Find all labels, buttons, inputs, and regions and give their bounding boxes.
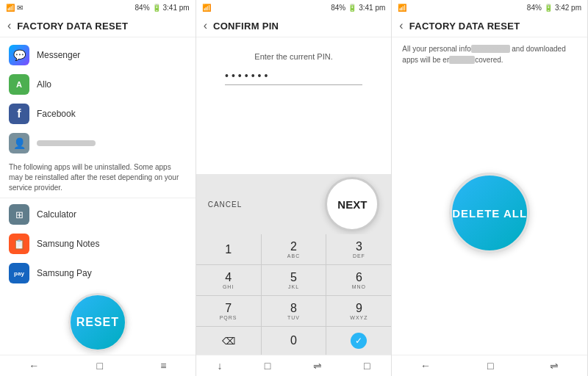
- notes-icon: 📋: [9, 234, 29, 254]
- calculator-icon: ⊞: [9, 204, 29, 225]
- bottom-nav-1: ← □ ≡: [0, 355, 196, 376]
- key-7[interactable]: 7 PQRS: [196, 296, 261, 326]
- time-2: 3:41 pm: [359, 4, 385, 12]
- app-name-messenger: Messenger: [37, 50, 80, 60]
- back-button-2[interactable]: ‹: [204, 19, 207, 32]
- list-item: f Facebook: [0, 99, 196, 129]
- back-button-3[interactable]: ‹: [399, 19, 403, 32]
- pin-instruction: Enter the current PIN.: [254, 52, 332, 61]
- list-item: 💬 Messenger: [0, 40, 196, 70]
- status-right-icons: 84% 🔋 3:41 pm: [135, 4, 190, 12]
- status-icons-3: 📶: [398, 4, 406, 12]
- reset-label: RESET: [76, 316, 119, 329]
- key-num-5: 5: [290, 271, 297, 284]
- key-9[interactable]: 9 WXYZ: [326, 296, 391, 326]
- back-button-1[interactable]: ‹: [7, 19, 11, 32]
- pin-input[interactable]: •••••••: [225, 67, 362, 85]
- key-2[interactable]: 2 ABC: [262, 234, 326, 264]
- nav-recent-3[interactable]: ⇌: [550, 360, 559, 372]
- panel-factory-reset-3: 📶 84% 🔋 3:42 pm ‹ FACTORY DATA RESET All…: [392, 0, 588, 376]
- app-name-allo: Allo: [37, 79, 51, 90]
- bottom-nav-2: ↓ □ ⇌ □: [196, 355, 392, 376]
- nav-home-1[interactable]: □: [97, 360, 103, 372]
- keypad-top-row: CANCEL NEXT: [196, 174, 392, 234]
- delete-all-button[interactable]: DELETE ALL: [449, 173, 530, 253]
- nav-back-2[interactable]: ↓: [217, 360, 222, 372]
- list-item: 👤: [0, 129, 196, 158]
- key-num-1: 1: [225, 243, 232, 256]
- key-6[interactable]: 6 MNO: [326, 265, 391, 295]
- allo-icon: A: [9, 74, 29, 95]
- key-letters-3: DEF: [353, 253, 365, 258]
- status-bar-2: 📶 84% 🔋 3:41 pm: [196, 0, 392, 15]
- nav-back-3[interactable]: ←: [420, 360, 431, 372]
- key-num-3: 3: [356, 240, 362, 253]
- key-0[interactable]: 0: [262, 327, 326, 355]
- delete-button-wrap: DELETE ALL: [392, 71, 587, 355]
- key-confirm[interactable]: ✓: [326, 327, 391, 355]
- time-3: 3:42 pm: [555, 4, 581, 12]
- reset-button[interactable]: RESET: [68, 293, 127, 352]
- delete-description: All your personal info xxxxxxxxxx and do…: [392, 37, 587, 71]
- nav-back-1[interactable]: ←: [29, 360, 39, 372]
- key-num-4: 4: [225, 271, 232, 284]
- keypad-grid: 1 2 ABC 3 DEF 4 GHI 5 JKL 6 MNO: [196, 234, 392, 355]
- app-list: 💬 Messenger A Allo f Facebook 👤 The foll…: [0, 37, 196, 287]
- app-name-notes: Samsung Notes: [37, 239, 99, 249]
- key-1[interactable]: 1: [196, 234, 261, 264]
- app-name-pay: Samsung Pay: [37, 268, 92, 278]
- list-item: A Allo: [0, 70, 196, 99]
- key-num-7: 7: [225, 302, 232, 315]
- key-num-2: 2: [290, 240, 297, 253]
- nav-extra-2[interactable]: □: [364, 360, 370, 372]
- panel-factory-reset-1: 📶 ✉ 84% 🔋 3:41 pm ‹ FACTORY DATA RESET 💬…: [0, 0, 196, 376]
- status-right-3: 84% 🔋 3:42 pm: [527, 4, 581, 12]
- page-title-3: FACTORY DATA RESET: [409, 21, 520, 32]
- signal-2: 84%: [331, 4, 345, 12]
- key-num-8: 8: [290, 302, 297, 315]
- page-title-2: CONFIRM PIN: [213, 21, 279, 32]
- key-4[interactable]: 4 GHI: [196, 265, 261, 295]
- key-5[interactable]: 5 JKL: [262, 265, 326, 295]
- user-icon: 👤: [9, 133, 29, 153]
- next-label: NEXT: [337, 198, 367, 211]
- page-title-1: FACTORY DATA RESET: [17, 21, 128, 32]
- key-3[interactable]: 3 DEF: [326, 234, 391, 264]
- bottom-nav-3: ← □ ⇌: [392, 355, 587, 376]
- status-icons-2: 📶: [202, 4, 211, 12]
- next-button[interactable]: NEXT: [325, 177, 379, 231]
- key-backspace[interactable]: ⌫: [196, 327, 261, 355]
- key-letters-7: PQRS: [220, 315, 237, 320]
- key-num-0: 0: [290, 334, 297, 347]
- delete-all-label: DELETE ALL: [452, 207, 527, 220]
- battery-2: 🔋: [348, 4, 356, 12]
- pay-icon: pay: [9, 263, 29, 283]
- top-bar-3: ‹ FACTORY DATA RESET: [392, 15, 587, 37]
- key-letters-6: MNO: [352, 284, 366, 289]
- battery-icon-1: 🔋: [152, 4, 161, 12]
- reset-button-wrap: RESET: [0, 287, 196, 355]
- key-num-6: 6: [356, 271, 362, 284]
- nav-home-2[interactable]: □: [265, 360, 270, 372]
- time-1: 3:41 pm: [163, 4, 190, 12]
- key-letters-4: GHI: [223, 284, 234, 289]
- list-item: ⊞ Calculator: [0, 200, 196, 229]
- key-letters-2: ABC: [287, 253, 300, 258]
- status-left-3: 📶: [398, 4, 406, 12]
- key-8[interactable]: 8 TUV: [262, 296, 326, 326]
- status-left-2: 📶: [202, 4, 211, 12]
- panel-confirm-pin: 📶 84% 🔋 3:41 pm ‹ CONFIRM PIN Enter the …: [196, 0, 392, 376]
- status-left-icons: 📶 ✉: [6, 4, 23, 12]
- key-letters-8: TUV: [287, 315, 300, 320]
- keypad: CANCEL NEXT 1 2 ABC 3 DEF 4 GHI: [196, 174, 392, 355]
- cancel-button[interactable]: CANCEL: [208, 200, 243, 209]
- nav-recent-1[interactable]: ≡: [160, 360, 166, 372]
- blurred-name: [37, 140, 96, 146]
- notification-icons: 📶 ✉: [6, 4, 23, 12]
- nav-home-3[interactable]: □: [487, 360, 493, 372]
- key-num-9: 9: [356, 302, 362, 315]
- battery-3: 🔋: [544, 4, 553, 12]
- key-letters-5: JKL: [288, 284, 299, 289]
- nav-recent-2[interactable]: ⇌: [313, 360, 322, 372]
- messenger-icon: 💬: [9, 45, 29, 65]
